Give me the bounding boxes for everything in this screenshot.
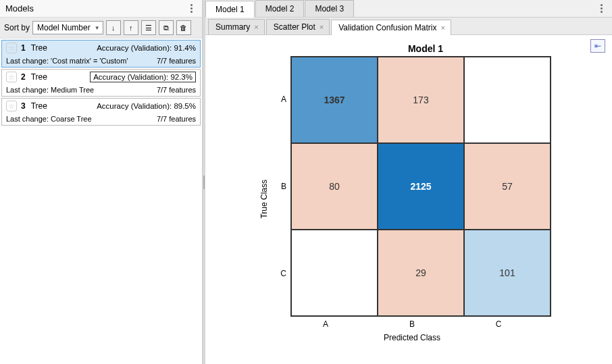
model-type: Tree [31,72,47,82]
models-menu-icon[interactable] [186,3,197,14]
list-icon: ☰ [145,24,152,32]
view-tab[interactable]: Summary× [208,19,265,34]
favorite-star-icon[interactable]: ☆ [6,72,17,82]
model-type: Tree [31,101,47,111]
x-tick-label: B [369,319,455,329]
matrix-cell: 57 [464,143,551,230]
models-pane: Models Sort by Model Number ↓ ↑ ☰ ⧉ 🗑 ☆1… [0,0,203,364]
matrix-cell: 101 [464,230,551,316]
matrix-cell [464,57,551,143]
y-axis-label: True Class [259,180,269,219]
model-last-change: Last change: Medium Tree [6,86,94,94]
favorite-star-icon[interactable]: ☆ [6,43,17,53]
chart-area: ⇤ Model 1 True Class ABC 136717380212557… [205,35,612,364]
y-tick-label: B [273,143,286,230]
view-tab-label: Summary [215,22,250,32]
model-card[interactable]: ☆1TreeAccuracy (Validation): 91.4%Last c… [1,40,201,68]
matrix-cell: 173 [378,57,464,143]
matrix-block: ABC 13671738021255729101 [273,56,551,317]
confusion-matrix-grid: 13671738021255729101 [290,56,551,317]
sort-dropdown[interactable]: Model Number [32,21,103,34]
reset-icon: ⇤ [594,41,601,51]
right-menu-icon[interactable] [596,3,607,14]
close-icon[interactable]: × [254,23,258,31]
view-tab[interactable]: Validation Confusion Matrix× [331,20,451,35]
view-tabs: Summary×Scatter Plot×Validation Confusio… [205,18,612,35]
matrix-cell: 29 [378,230,464,316]
reset-view-button[interactable]: ⇤ [590,39,605,53]
view-tab-label: Scatter Plot [274,22,315,32]
close-icon[interactable]: × [320,23,324,31]
model-accuracy: Accuracy (Validation): 89.5% [97,102,196,110]
model-type: Tree [31,43,47,53]
model-tab[interactable]: Model 3 [305,0,354,17]
view-tab-label: Validation Confusion Matrix [338,23,436,32]
matrix-cell [291,230,378,316]
model-accuracy: Accuracy (Validation): 91.4% [97,44,196,52]
chart-title: Model 1 [253,43,598,54]
copy-button[interactable]: ⧉ [159,20,174,35]
arrow-up-icon: ↑ [129,24,133,32]
close-icon[interactable]: × [440,24,444,32]
arrow-down-icon: ↓ [111,24,116,32]
y-tick-label: C [273,230,286,317]
model-number: 1 [21,43,26,53]
sort-label: Sort by [4,23,30,32]
matrix-cell: 2125 [378,143,464,230]
delete-button[interactable]: 🗑 [176,20,191,35]
copy-icon: ⧉ [163,24,169,32]
x-axis-label: Predicted Class [384,333,440,342]
model-accuracy: Accuracy (Validation): 92.3% [90,72,196,82]
trash-icon: 🗑 [180,24,187,32]
model-card[interactable]: ☆3TreeAccuracy (Validation): 89.5%Last c… [1,98,201,126]
model-features: 7/7 features [157,86,196,94]
right-pane: Model 1Model 2Model 3 Summary×Scatter Pl… [205,0,612,364]
matrix-cell: 80 [291,143,378,230]
y-ticks: ABC [273,56,286,317]
model-tabs: Model 1Model 2Model 3 [205,0,612,18]
sort-desc-button[interactable]: ↑ [124,20,138,35]
sort-toolbar: Sort by Model Number ↓ ↑ ☰ ⧉ 🗑 [0,18,202,38]
models-header: Models [0,0,202,18]
model-last-change: Last change: Coarse Tree [6,115,92,123]
x-tick-label: C [455,319,542,329]
model-card[interactable]: ☆2TreeAccuracy (Validation): 92.3%Last c… [1,69,201,97]
confusion-matrix-inner: ABC 13671738021255729101 ABC Predicted C… [273,56,551,342]
view-tab[interactable]: Scatter Plot× [266,19,330,34]
model-list: ☆1TreeAccuracy (Validation): 91.4%Last c… [0,38,202,364]
matrix-cell: 1367 [291,57,378,143]
model-tab[interactable]: Model 2 [255,0,305,17]
sort-asc-button[interactable]: ↓ [106,20,121,35]
model-features: 7/7 features [157,57,196,65]
model-last-change: Last change: 'Cost matrix' = 'Custom' [6,57,128,65]
models-title: Models [5,3,34,14]
x-ticks: ABC [282,319,542,329]
favorite-star-icon[interactable]: ☆ [6,101,17,111]
x-tick-label: A [282,319,369,329]
model-number: 2 [21,72,26,82]
confusion-matrix-outer: True Class ABC 13671738021255729101 ABC … [212,54,598,344]
layout-button[interactable]: ☰ [141,20,156,35]
model-tab[interactable]: Model 1 [205,1,255,18]
model-features: 7/7 features [157,115,196,123]
y-tick-label: A [273,56,286,142]
model-number: 3 [21,101,26,111]
